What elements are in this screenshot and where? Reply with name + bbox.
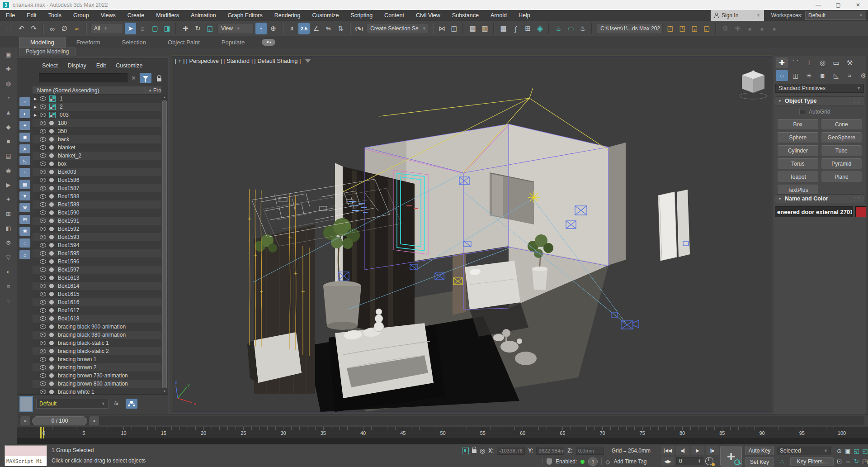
minimize-button[interactable]: — xyxy=(808,0,828,10)
layers-stack-icon[interactable]: ≋ xyxy=(114,400,122,407)
render-preset-a-icon[interactable]: ◰ xyxy=(665,23,676,34)
visibility-eye-icon[interactable] xyxy=(40,202,46,207)
cone-button[interactable]: Cone xyxy=(821,119,862,130)
window-crossing-toggle-icon[interactable]: ◨ xyxy=(161,23,173,34)
list-item[interactable]: Box1589 xyxy=(33,200,161,209)
tab-create-icon[interactable]: ✚ xyxy=(776,57,788,68)
render-production-icon[interactable]: ♨ xyxy=(577,23,589,34)
orbit-icon[interactable]: ↻ xyxy=(853,457,860,466)
list-item[interactable]: back xyxy=(33,135,161,143)
list-item[interactable]: Box1613 xyxy=(33,274,161,282)
zoom-region-icon[interactable]: ⊡ xyxy=(835,457,843,466)
object-name-field[interactable]: eneered door external 2701 xyxy=(775,206,853,217)
list-item[interactable]: Box1617 xyxy=(33,306,161,315)
list-item[interactable]: bracing black-static 1 xyxy=(33,339,161,347)
angle-snap-toggle-icon[interactable]: ∠ xyxy=(311,23,322,34)
undo-icon[interactable]: ↶ xyxy=(16,23,27,34)
dock-sphere-icon[interactable]: ◍ xyxy=(4,78,14,88)
dock-cone-icon[interactable]: ▲ xyxy=(4,107,14,117)
menu-animation[interactable]: Animation xyxy=(185,10,222,21)
align-icon[interactable]: ◫ xyxy=(448,23,460,34)
dock-ring-icon[interactable]: ◌ xyxy=(4,295,14,305)
explorer-scrollbar[interactable]: ▲ ▼ xyxy=(162,95,167,394)
ribbon-tab-selection[interactable]: Selection xyxy=(111,37,157,48)
shield-icon[interactable] xyxy=(547,458,552,465)
maxscript-pink-pane[interactable] xyxy=(5,446,47,456)
dock-bars-icon[interactable]: ≡ xyxy=(4,281,14,291)
rendered-frame-window-icon[interactable]: ▭ xyxy=(565,23,576,34)
visibility-eye-icon[interactable] xyxy=(40,210,46,215)
render-preset-d-icon[interactable]: ◱ xyxy=(701,23,712,34)
absolute-mode-icon[interactable]: ◎ xyxy=(480,447,485,454)
hierarchy-view-button[interactable] xyxy=(126,399,137,409)
key-mode-icon[interactable]: ∴ xyxy=(777,457,788,466)
material-editor-icon[interactable]: ◉ xyxy=(534,23,546,34)
visibility-eye-icon[interactable] xyxy=(40,227,46,231)
viewport-label[interactable]: [ + ] [ Perspective ] [ Standard ] [ Def… xyxy=(175,58,311,64)
visibility-eye-icon[interactable] xyxy=(40,300,46,305)
dock-tri-icon[interactable]: ▽ xyxy=(4,252,14,262)
menu-tools[interactable]: Tools xyxy=(42,10,67,21)
select-and-scale-icon[interactable]: ◱ xyxy=(204,23,216,34)
dock-play-icon[interactable]: ▶ xyxy=(4,180,14,190)
filter-space-warps-icon[interactable]: ≈ xyxy=(19,168,30,177)
list-item[interactable]: ▶003 xyxy=(33,111,161,119)
visibility-eye-icon[interactable] xyxy=(40,121,46,125)
cat-lights-icon[interactable]: ☀ xyxy=(803,70,815,81)
dock-half-icon[interactable]: ◧ xyxy=(4,223,14,233)
list-item[interactable]: Box1618 xyxy=(33,315,161,323)
add-time-tag[interactable]: Add Time Tag xyxy=(613,458,646,465)
zoom-all-icon[interactable]: ▣ xyxy=(844,446,852,456)
dock-new-scene-icon[interactable]: ✚ xyxy=(4,64,14,74)
explorer-menu-display[interactable]: Display xyxy=(63,60,91,71)
select-and-move-icon[interactable]: ✚ xyxy=(180,23,191,34)
visibility-eye-icon[interactable] xyxy=(40,243,46,248)
snaps-toggle-25d-icon[interactable]: 2.5 xyxy=(298,23,310,34)
select-and-rotate-icon[interactable]: ↻ xyxy=(192,23,203,34)
primitive-category-dropdown[interactable]: Standard Primitives▼ xyxy=(775,84,864,93)
pan-icon[interactable]: ⇔ xyxy=(844,457,852,466)
play-button[interactable]: ▶ xyxy=(691,446,704,455)
visibility-eye-icon[interactable] xyxy=(40,194,46,199)
list-item[interactable]: bracing brown 1 xyxy=(33,355,161,363)
filter-helpers-icon[interactable]: ◺ xyxy=(19,156,30,165)
list-item[interactable]: Box1588 xyxy=(33,192,161,200)
unlink-selection-icon[interactable]: ∅ xyxy=(59,23,70,34)
menu-content[interactable]: Content xyxy=(378,10,410,21)
percent-snap-toggle-icon[interactable]: % xyxy=(323,23,334,34)
list-item[interactable]: bracing black 900-animation xyxy=(33,323,161,331)
menu-group[interactable]: Group xyxy=(67,10,95,21)
edit-named-selection-sets-icon[interactable]: {✎} xyxy=(354,23,365,34)
toggle-layer-explorer-icon[interactable]: ▥ xyxy=(479,23,491,34)
autogrid-checkbox[interactable] xyxy=(799,109,805,115)
visibility-eye-icon[interactable] xyxy=(40,276,46,280)
maxscript-mini-listener[interactable]: MAXScript Mi xyxy=(5,445,47,466)
teapot-button[interactable]: Teapot xyxy=(778,172,818,182)
list-item[interactable]: Box1616 xyxy=(33,298,161,306)
visibility-eye-icon[interactable] xyxy=(40,137,46,142)
extra-b-icon[interactable]: ● xyxy=(756,23,768,34)
set-key-button[interactable]: Set Key xyxy=(745,457,774,467)
filter-frozen-icon[interactable]: ✱ xyxy=(19,227,30,236)
dock-sel-icon[interactable]: ◉ xyxy=(4,165,14,175)
filter-cursor-icon[interactable]: ➤ xyxy=(19,144,30,153)
filter-hidden-icon[interactable]: ◌ xyxy=(19,238,30,248)
visibility-eye-icon[interactable] xyxy=(40,153,46,158)
dock-star-icon[interactable]: ✦ xyxy=(4,194,14,204)
toolbar-drag-handle[interactable]: ⋮⋮ xyxy=(5,26,13,31)
go-to-start-button[interactable]: |◀◀ xyxy=(661,446,675,455)
visibility-eye-icon[interactable] xyxy=(40,381,46,386)
maximize-button[interactable]: ▢ xyxy=(828,0,848,10)
list-item[interactable]: Box1594 xyxy=(33,241,161,249)
ribbon-tab-modeling[interactable]: Modeling xyxy=(19,37,66,48)
visibility-eye-icon[interactable] xyxy=(40,170,46,174)
sphere-button[interactable]: Sphere xyxy=(778,132,818,143)
cat-geometry-icon[interactable]: ○ xyxy=(776,70,788,81)
x-coordinate-field[interactable]: -10338,76 xyxy=(497,447,525,455)
key-step-toggle[interactable]: ◀▶ xyxy=(661,457,675,466)
render-setup-icon[interactable]: ♨ xyxy=(553,23,564,34)
menu-help[interactable]: Help xyxy=(513,10,536,21)
auto-key-button[interactable]: Auto Key xyxy=(745,446,774,455)
filter-display-all-icon[interactable]: ○ xyxy=(19,97,30,106)
visibility-eye-icon[interactable] xyxy=(40,341,46,345)
